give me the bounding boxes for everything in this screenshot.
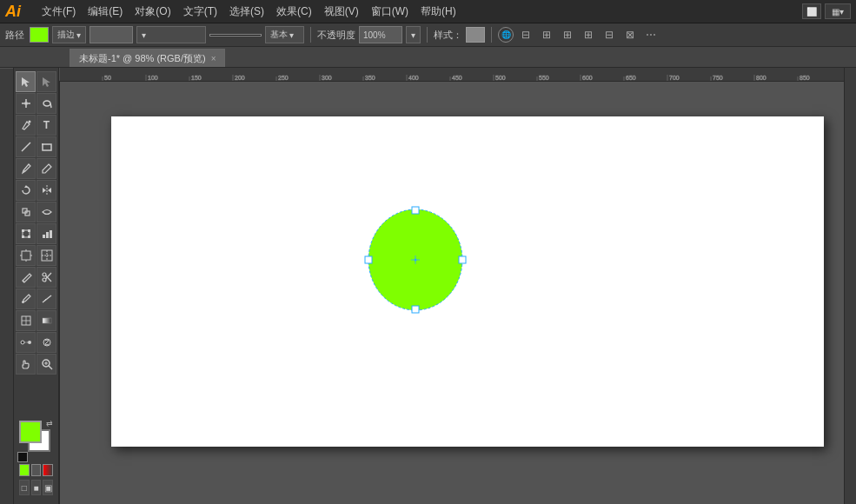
svg-rect-91 xyxy=(412,207,419,214)
foreground-color-box[interactable] xyxy=(19,421,42,443)
magic-wand-tool[interactable] xyxy=(16,93,36,114)
eyedropper-tool[interactable] xyxy=(16,288,36,309)
svg-rect-92 xyxy=(412,306,419,313)
svg-text:250: 250 xyxy=(278,75,289,81)
menu-bar: 文件(F) 编辑(E) 对象(O) 文字(T) 选择(S) 效果(C) 视图(V… xyxy=(36,3,461,21)
title-btn-1[interactable]: ⬜ xyxy=(802,3,821,19)
hand-tool[interactable] xyxy=(16,354,36,375)
menu-view[interactable]: 视图(V) xyxy=(319,3,364,21)
gray-swatch[interactable] xyxy=(31,464,42,476)
tool-row-10 xyxy=(16,267,56,288)
full-menu-view-btn[interactable]: ▣ xyxy=(43,480,53,495)
warp-tool[interactable] xyxy=(36,202,56,222)
tool-row-2 xyxy=(16,93,56,114)
color-swatch-area: ⇄ xyxy=(17,419,55,462)
scissors-tool[interactable] xyxy=(36,267,56,288)
stroke-width-input[interactable] xyxy=(90,26,133,43)
column-graph-tool[interactable] xyxy=(36,223,56,244)
measure-tool[interactable] xyxy=(36,288,56,309)
normal-view-btn[interactable]: □ xyxy=(19,480,30,495)
blend-tool[interactable] xyxy=(16,332,36,353)
svg-point-11 xyxy=(42,143,43,145)
tool-row-12 xyxy=(16,310,56,331)
eraser-tool[interactable] xyxy=(16,267,36,288)
stroke-dropdown-icon: ▾ xyxy=(76,30,81,40)
line-tool[interactable] xyxy=(16,136,36,157)
fill-color-box[interactable] xyxy=(30,27,49,43)
stroke-btn[interactable]: 描边 ▾ xyxy=(52,26,86,43)
separator-1 xyxy=(310,27,311,43)
style-box[interactable] xyxy=(466,27,485,43)
tab-close-btn[interactable]: × xyxy=(211,54,216,63)
full-view-btn[interactable]: ■ xyxy=(31,480,42,495)
green-swatch[interactable] xyxy=(19,464,30,476)
pen-tool[interactable] xyxy=(16,115,36,136)
artboard-tool[interactable] xyxy=(16,245,36,266)
menu-help[interactable]: 帮助(H) xyxy=(415,3,461,21)
scale-tool[interactable] xyxy=(16,202,36,222)
distribute-btn[interactable]: ⊟ xyxy=(601,27,618,43)
tool-row-13 xyxy=(16,332,56,353)
extra-btn[interactable]: ⋯ xyxy=(642,27,660,43)
tool-row-9 xyxy=(16,245,56,266)
zoom-tool[interactable] xyxy=(36,354,56,375)
svg-text:300: 300 xyxy=(322,75,332,81)
select-tool[interactable] xyxy=(16,71,36,92)
swap-colors-btn[interactable]: ⇄ xyxy=(46,419,53,428)
tool-row-11 xyxy=(16,288,56,309)
direct-select-tool[interactable] xyxy=(36,71,56,92)
menu-edit[interactable]: 编辑(E) xyxy=(83,3,128,21)
align-center-btn[interactable]: ⊞ xyxy=(559,27,576,43)
tool-row-7 xyxy=(16,202,56,222)
svg-rect-93 xyxy=(365,256,372,263)
toolbar: 路径 描边 ▾ ▾ 基本 ▾ 不透明度 ▾ 样式： 🌐 ⊟ ⊞ ⊞ ⊞ ⊟ ⊠ … xyxy=(0,23,856,47)
svg-text:200: 200 xyxy=(235,75,245,81)
svg-rect-21 xyxy=(22,235,24,238)
pencil-tool[interactable] xyxy=(36,158,56,179)
rect-tool[interactable] xyxy=(36,136,56,157)
menu-window[interactable]: 窗口(W) xyxy=(366,3,414,21)
lasso-tool[interactable] xyxy=(36,93,56,114)
svg-rect-25 xyxy=(22,251,30,260)
svg-line-39 xyxy=(43,295,51,302)
mirror-tool[interactable] xyxy=(36,180,56,201)
free-transform-tool[interactable] xyxy=(16,223,36,244)
paintbrush-tool[interactable] xyxy=(16,158,36,179)
default-colors-btn[interactable] xyxy=(17,452,28,462)
circle-shape-container[interactable] xyxy=(363,203,468,318)
title-btn-2[interactable]: ▦▾ xyxy=(825,3,851,19)
canvas-scroll[interactable] xyxy=(59,82,844,504)
menu-effect[interactable]: 效果(C) xyxy=(271,3,317,21)
align-right-btn[interactable]: ⊞ xyxy=(580,27,597,43)
red-swatch[interactable] xyxy=(43,464,53,476)
tool-row-8 xyxy=(16,223,56,244)
svg-text:50: 50 xyxy=(104,75,111,81)
menu-file[interactable]: 文件(F) xyxy=(36,3,81,21)
opacity-input[interactable] xyxy=(359,26,402,43)
opacity-dropdown[interactable]: ▾ xyxy=(406,26,421,43)
menu-select[interactable]: 选择(S) xyxy=(224,3,269,21)
arrange-btn[interactable]: ⊟ xyxy=(517,27,534,43)
svg-text:550: 550 xyxy=(539,75,549,81)
menu-object[interactable]: 对象(O) xyxy=(129,3,176,21)
symbol-tool[interactable] xyxy=(36,332,56,353)
active-tab[interactable]: 未标题-1* @ 98% (RGB/预览) × xyxy=(70,49,225,67)
svg-rect-24 xyxy=(50,230,52,238)
svg-point-8 xyxy=(28,121,30,123)
circle-svg[interactable] xyxy=(363,203,468,316)
color-boxes: ⇄ □ ■ ▣ xyxy=(16,415,56,501)
gradient-tool[interactable] xyxy=(36,310,56,331)
align-left-btn[interactable]: ⊞ xyxy=(538,27,555,43)
transform-btn[interactable]: ⊠ xyxy=(621,27,639,43)
artboard[interactable] xyxy=(111,116,824,447)
slice-tool[interactable] xyxy=(36,245,56,266)
canvas-area[interactable]: 50 100 150 200 250 300 350 400 450 500 5… xyxy=(59,68,844,504)
stroke-style-btn[interactable]: 基本 ▾ xyxy=(265,26,304,43)
mesh-tool[interactable] xyxy=(16,310,36,331)
rotate-tool[interactable] xyxy=(16,180,36,201)
stroke-selector-btn[interactable]: ▾ xyxy=(136,26,206,43)
main-area: T xyxy=(0,68,856,504)
type-tool[interactable]: T xyxy=(36,115,56,136)
menu-type[interactable]: 文字(T) xyxy=(178,3,222,21)
globe-icon[interactable]: 🌐 xyxy=(498,27,514,43)
